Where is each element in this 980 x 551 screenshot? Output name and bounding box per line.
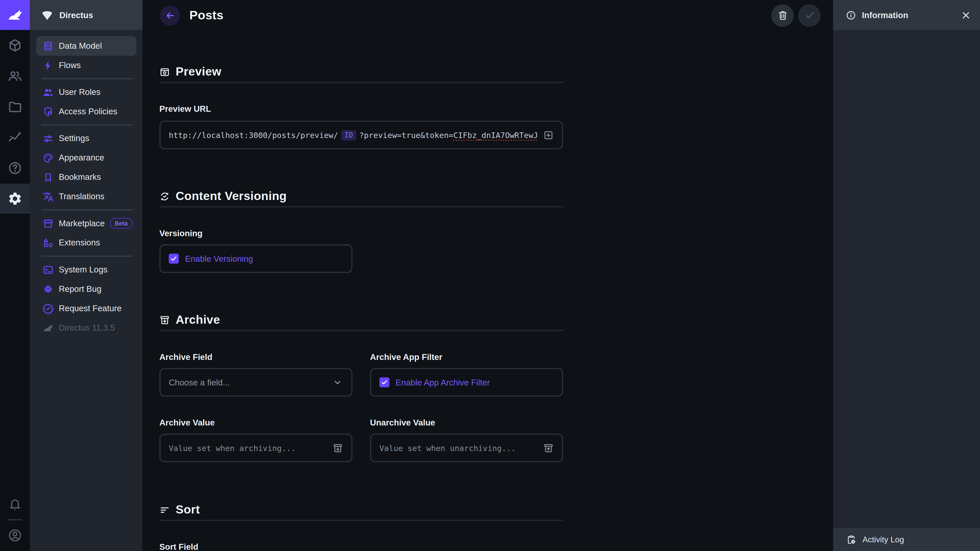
sync-check-icon xyxy=(159,191,170,202)
content-module-box-icon[interactable] xyxy=(7,38,22,53)
sidebar-item-flows[interactable]: Flows xyxy=(36,56,136,75)
sidebar-item-appearance[interactable]: Appearance xyxy=(36,148,136,167)
sidebar-item-data-model[interactable]: Data Model xyxy=(36,36,136,56)
directus-logo[interactable] xyxy=(0,0,30,30)
info-icon xyxy=(845,10,856,21)
select-placeholder: Choose a field... xyxy=(169,378,327,387)
translate-icon xyxy=(43,191,54,202)
url-query: ?preview=true&token= xyxy=(360,130,453,140)
project-header[interactable]: Directus xyxy=(30,0,143,30)
versioning-label: Versioning xyxy=(159,229,202,238)
section-title: Sort xyxy=(176,503,200,516)
users-module-people-icon[interactable] xyxy=(7,68,22,84)
sidebar-item-label: Settings xyxy=(59,134,89,143)
archive-value-field xyxy=(159,433,352,462)
unarchive-value-field xyxy=(370,433,563,462)
settings-nav-sidebar: Directus Data Model Flows User Roles Acc… xyxy=(30,0,143,551)
sort-field-label: Sort Field xyxy=(159,542,198,551)
archive-value-input[interactable] xyxy=(169,443,328,453)
version-text: Directus 11.3.5 xyxy=(59,323,115,332)
sidebar-item-bookmarks[interactable]: Bookmarks xyxy=(36,167,136,187)
header-actions xyxy=(771,4,821,27)
url-prefix: http://localhost:3000/posts/preview/ xyxy=(169,130,338,140)
help-icon[interactable] xyxy=(7,160,22,176)
nav-list: Data Model Flows User Roles Access Polic… xyxy=(30,30,143,338)
section-title: Content Versioning xyxy=(176,189,286,203)
archive-section-heading: Archive xyxy=(159,313,220,327)
close-icon[interactable] xyxy=(961,10,971,21)
tune-icon xyxy=(43,133,54,144)
preview-icon xyxy=(159,67,170,77)
project-name: Directus xyxy=(59,10,93,20)
chevron-down-icon xyxy=(332,377,343,388)
directus-rabbit-icon xyxy=(7,7,23,23)
archive-down-icon xyxy=(332,443,343,453)
settings-module-active[interactable] xyxy=(0,184,30,214)
sidebar-item-translations[interactable]: Translations xyxy=(36,187,136,206)
save-button[interactable] xyxy=(798,4,821,27)
clipboard-clock-icon xyxy=(846,534,856,545)
directus-rabbit-icon xyxy=(43,322,54,333)
archive-icon xyxy=(159,314,170,325)
storefront-icon xyxy=(43,218,54,229)
enable-app-archive-filter-checkbox[interactable]: Enable App Archive Filter xyxy=(380,377,490,387)
archive-field-select[interactable]: Choose a field... xyxy=(159,368,352,397)
delete-collection-button[interactable] xyxy=(771,4,794,27)
main-content: Posts Preview Preview URL http://localho… xyxy=(142,0,833,551)
checkbox-checked xyxy=(380,377,390,387)
versioning-section-heading: Content Versioning xyxy=(159,189,286,203)
sidebar-item-access-policies[interactable]: Access Policies xyxy=(36,102,136,121)
preview-url-input[interactable]: http://localhost:3000/posts/preview/ ID … xyxy=(159,121,563,149)
archive-field-label: Archive Field xyxy=(159,352,212,362)
trash-icon xyxy=(776,10,789,21)
archive-app-filter-card: Enable App Archive Filter xyxy=(370,368,563,397)
people-icon xyxy=(43,86,54,98)
sidebar-item-label: Translations xyxy=(59,192,104,201)
arrow-left-icon xyxy=(164,10,176,21)
sidebar-item-label: Access Policies xyxy=(59,107,118,116)
sort-icon xyxy=(159,505,170,515)
sidebar-item-label: Report Bug xyxy=(59,284,101,294)
sidebar-item-label: Appearance xyxy=(59,153,104,162)
nav-divider xyxy=(41,256,132,257)
sidebar-item-report-bug[interactable]: Report Bug xyxy=(36,279,136,299)
sidebar-item-settings[interactable]: Settings xyxy=(36,129,136,148)
sidebar-item-system-logs[interactable]: System Logs xyxy=(36,260,136,279)
database-icon xyxy=(43,40,54,52)
nav-divider xyxy=(41,209,132,210)
project-fan-icon xyxy=(41,8,54,21)
bug-icon xyxy=(43,283,54,295)
sidebar-item-request-feature[interactable]: Request Feature xyxy=(36,299,136,318)
enable-versioning-checkbox[interactable]: Enable Versioning xyxy=(169,254,253,264)
verified-icon xyxy=(43,303,54,314)
add-variable-icon[interactable] xyxy=(543,130,554,140)
sidebar-item-label: Extensions xyxy=(59,238,100,248)
sidebar-item-label: User Roles xyxy=(59,87,100,97)
unarchive-up-icon xyxy=(543,443,554,453)
id-variable-chip[interactable]: ID xyxy=(341,130,356,140)
sidebar-item-extensions[interactable]: Extensions xyxy=(36,233,136,252)
info-sidebar-header[interactable]: Information xyxy=(833,0,980,30)
sidebar-item-marketplace[interactable]: Marketplace Beta xyxy=(36,214,136,233)
unarchive-value-input[interactable] xyxy=(380,443,538,453)
insights-module-icon[interactable] xyxy=(7,130,22,145)
back-button[interactable] xyxy=(160,5,180,25)
sidebar-item-label: Request Feature xyxy=(59,303,121,313)
unarchive-value-label: Unarchive Value xyxy=(370,418,435,427)
extension-shapes-icon xyxy=(43,237,54,248)
activity-log-button[interactable]: Activity Log xyxy=(833,528,980,551)
sidebar-item-label: Marketplace xyxy=(59,219,105,228)
sidebar-item-user-roles[interactable]: User Roles xyxy=(36,83,136,102)
account-avatar-icon[interactable] xyxy=(7,528,22,543)
info-sidebar: Information Activity Log xyxy=(833,0,980,551)
shield-person-icon xyxy=(43,106,54,117)
notifications-bell-icon[interactable] xyxy=(7,497,22,512)
bolt-icon xyxy=(43,60,54,71)
archive-app-filter-label: Archive App Filter xyxy=(370,352,442,362)
files-module-folder-icon[interactable] xyxy=(7,99,22,114)
preview-url-value: http://localhost:3000/posts/preview/ ID … xyxy=(169,130,538,140)
url-token: CIFbz_dnIA7OwRTewJFC79aQoDl xyxy=(453,130,538,140)
module-bar xyxy=(0,0,30,551)
sidebar-item-label: Flows xyxy=(59,61,81,70)
module-bar-divider xyxy=(7,519,22,520)
